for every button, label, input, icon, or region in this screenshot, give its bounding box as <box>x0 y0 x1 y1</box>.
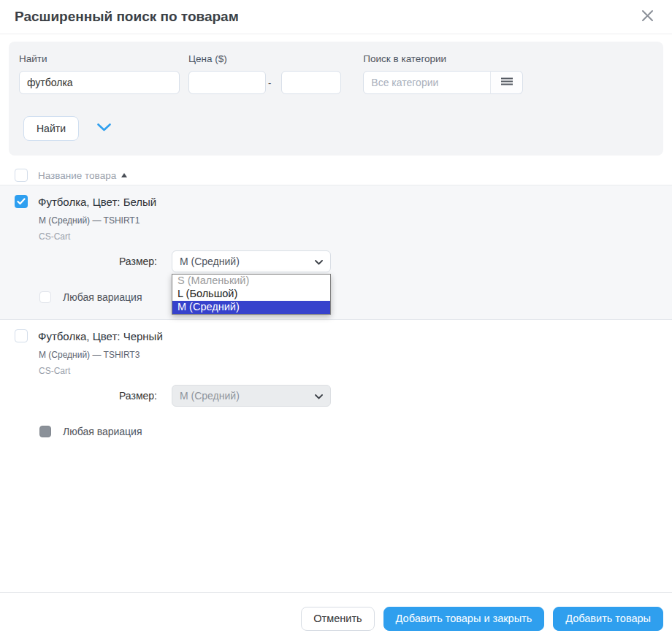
size-select[interactable]: M (Средний) S (Маленький) L (Большой) M … <box>172 250 331 272</box>
close-icon <box>641 9 654 25</box>
size-option-disabled: S (Маленький) <box>172 275 330 288</box>
cancel-button[interactable]: Отменить <box>301 607 374 631</box>
name-column-header[interactable]: Название товара <box>38 170 116 181</box>
price-field: Цена ($) - <box>188 53 341 94</box>
price-separator: - <box>268 77 271 88</box>
category-field: Поиск в категории <box>363 53 523 94</box>
size-select-disabled: M (Средний) <box>172 385 331 407</box>
add-products-and-close-button[interactable]: Добавить товары и закрыть <box>383 607 545 631</box>
category-search-input[interactable] <box>363 71 491 94</box>
product-company: CS-Cart <box>39 231 672 242</box>
any-variation-label: Любая вариация <box>63 291 142 303</box>
sort-ascending-icon[interactable] <box>121 173 127 177</box>
any-variation-label: Любая вариация <box>63 426 142 437</box>
size-select-dropdown: S (Маленький) L (Большой) M (Средний) <box>172 274 331 315</box>
table-row: Футболка, Цвет: Черный M (Средний) — TSH… <box>0 320 672 453</box>
select-all-checkbox[interactable] <box>15 169 28 182</box>
search-button[interactable]: Найти <box>23 116 79 141</box>
chevron-down-icon <box>315 390 323 402</box>
price-label: Цена ($) <box>188 53 341 64</box>
product-variant: M (Средний) — TSHIRT3 <box>39 350 672 360</box>
category-list-icon <box>500 76 513 89</box>
chevron-down-icon <box>96 122 112 135</box>
size-select-value: M (Средний) <box>180 256 240 267</box>
size-select-value: M (Средний) <box>180 390 240 402</box>
close-button[interactable] <box>637 7 657 27</box>
any-variation-checkbox-disabled <box>39 426 51 437</box>
row-checkbox[interactable] <box>15 329 28 342</box>
checkmark-icon <box>17 195 26 208</box>
size-label: Размер: <box>0 256 157 267</box>
search-filter-panel: Найти Цена ($) - Поиск в категории <box>9 42 663 156</box>
product-company: CS-Cart <box>39 366 672 376</box>
size-label: Размер: <box>0 390 157 402</box>
row-checkbox-checked[interactable] <box>15 195 28 208</box>
page-title: Расширенный поиск по товарам <box>15 9 239 25</box>
chevron-down-icon <box>315 256 323 267</box>
search-input[interactable] <box>19 71 180 94</box>
modal-footer: Отменить Добавить товары и закрыть Добав… <box>0 592 672 644</box>
table-row: Футболка, Цвет: Белый M (Средний) — TSHI… <box>0 185 672 320</box>
price-to-input[interactable] <box>281 71 341 94</box>
size-option[interactable]: L (Большой) <box>172 288 330 301</box>
find-label: Найти <box>19 53 180 64</box>
category-label: Поиск в категории <box>363 53 523 64</box>
advanced-search-toggle[interactable] <box>96 122 112 135</box>
product-title[interactable]: Футболка, Цвет: Белый <box>38 196 156 208</box>
table-header: Название товара <box>0 166 672 185</box>
modal-header: Расширенный поиск по товарам <box>0 0 672 34</box>
add-products-button[interactable]: Добавить товары <box>553 607 663 631</box>
price-from-input[interactable] <box>188 71 266 94</box>
category-picker-button[interactable] <box>490 71 523 94</box>
product-title[interactable]: Футболка, Цвет: Черный <box>38 330 163 342</box>
product-variant: M (Средний) — TSHIRT1 <box>39 215 672 226</box>
any-variation-checkbox[interactable] <box>39 291 51 303</box>
find-field: Найти <box>19 53 180 94</box>
size-option-selected[interactable]: M (Средний) <box>172 301 330 314</box>
